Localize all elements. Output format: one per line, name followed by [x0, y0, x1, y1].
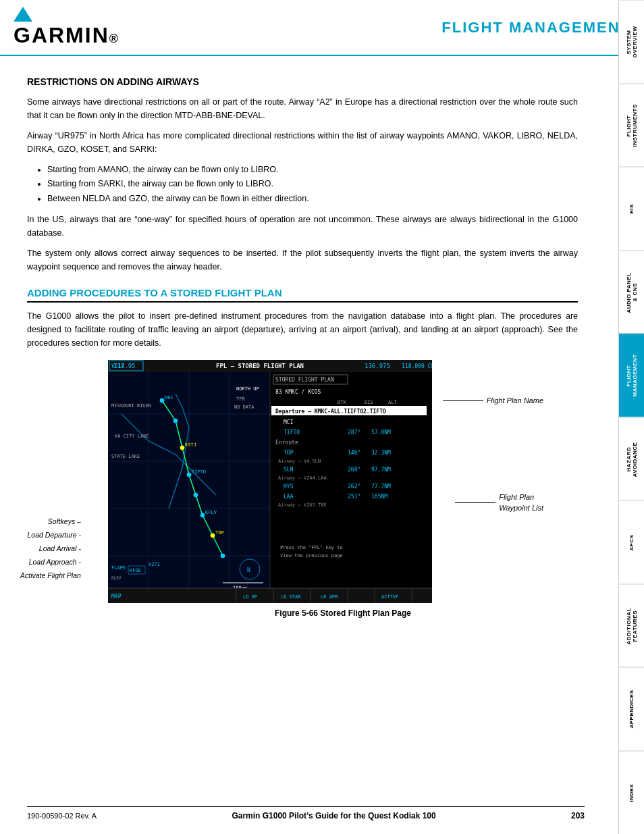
- section1-para1: Some airways have directional restrictio…: [27, 95, 578, 122]
- logo-wrapper: GARMIN ®: [14, 7, 118, 48]
- garmin-triangle-icon: [14, 7, 32, 22]
- svg-text:LAA: LAA: [284, 494, 294, 500]
- sidebar-tab-appendices[interactable]: APPENDICES: [619, 667, 644, 751]
- fpl-screen-svg: 117.95 FPL – STORED FLIGHT PLAN 136.975 …: [108, 360, 432, 603]
- svg-text:57.0NM: 57.0NM: [371, 429, 391, 436]
- footer-page-number: 203: [571, 811, 585, 820]
- load-departure-label: Load Departure -: [20, 529, 81, 542]
- svg-text:STATE LAKE: STATE LAKE: [111, 454, 140, 459]
- main-content: RESTRICTIONS ON ADDING AIRWAYS Some airw…: [0, 56, 618, 642]
- svg-text:KSTJ: KSTJ: [185, 442, 196, 448]
- page-footer: 190-00590-02 Rev. A Garmin G1000 Pilot’s…: [27, 806, 585, 820]
- svg-text:146°: 146°: [348, 450, 360, 456]
- svg-point-26: [211, 533, 215, 538]
- svg-text:LD DP: LD DP: [243, 594, 257, 600]
- left-annotations: Softkeys – Load Departure - Load Arrival…: [20, 515, 81, 583]
- svg-text:Airway – V244.LAA: Airway – V244.LAA: [278, 475, 327, 481]
- bullet-item-2: Starting from SARKI, the airway can be f…: [47, 177, 578, 191]
- svg-text:NO DATA: NO DATA: [234, 405, 254, 410]
- svg-text:STORED FLIGHT PLAN: STORED FLIGHT PLAN: [275, 377, 334, 383]
- svg-text:view the previous page: view the previous page: [280, 553, 343, 558]
- sidebar-tab-flight-instruments[interactable]: FLIGHTINSTRUMENTS: [619, 84, 644, 167]
- svg-text:136.975: 136.975: [365, 363, 390, 369]
- load-arrival-label: Load Arrival -: [20, 542, 81, 556]
- section1-para4: The system only allows correct airway se…: [27, 246, 578, 273]
- svg-point-28: [221, 554, 225, 558]
- sidebar-tab-index[interactable]: INDEX: [619, 751, 644, 835]
- flight-plan-name-annotation: Flight Plan Name: [443, 397, 543, 405]
- svg-text:NORTH UP: NORTH UP: [236, 386, 259, 392]
- svg-text:V218: V218: [111, 363, 124, 369]
- svg-text:Press the "FPL" key to: Press the "FPL" key to: [280, 545, 343, 550]
- svg-point-21: [187, 473, 191, 477]
- activate-flight-plan-label: Activate Flight Plan: [20, 569, 81, 583]
- page-title: FLIGHT MANAGEMENT: [441, 19, 630, 36]
- fpl-screen-wrapper: 117.95 FPL – STORED FLIGHT PLAN 136.975 …: [108, 360, 432, 603]
- sidebar-tab-additional-features[interactable]: ADDITIONALFEATURES: [619, 584, 644, 668]
- svg-text:ALT: ALT: [388, 400, 397, 405]
- flight-plan-waypoint-list-annotation: Flight PlanWaypoint List: [455, 492, 543, 514]
- sidebar-tab-hazard-avoidance[interactable]: HAZARDAVOIDANCE: [619, 417, 644, 501]
- flight-plan-name-label: Flight Plan Name: [487, 397, 543, 405]
- sidebar-tab-flight-management[interactable]: FLIGHTMANAGEMENT: [619, 334, 644, 417]
- garmin-registered: ®: [109, 32, 118, 46]
- section1-bullet-list: Starting from AMANO, the airway can be f…: [47, 163, 578, 206]
- svg-text:97.7NM: 97.7NM: [371, 467, 391, 473]
- svg-text:268°: 268°: [348, 467, 360, 473]
- figure-container: Softkeys – Load Departure - Load Arrival…: [108, 360, 578, 618]
- bullet-item-1: Starting from AMANO, the airway can be f…: [47, 163, 578, 177]
- svg-text:N61: N61: [165, 395, 173, 400]
- svg-text:251°: 251°: [348, 494, 360, 500]
- svg-text:Airway – V263.TBE: Airway – V263.TBE: [278, 502, 327, 508]
- svg-text:262°: 262°: [348, 484, 360, 490]
- svg-text:Enroute: Enroute: [275, 440, 298, 446]
- sidebar-tab-eis[interactable]: EIS: [619, 167, 644, 251]
- svg-text:KFLV: KFLV: [205, 510, 217, 515]
- svg-text:MISSOURI RIVER: MISSOURI RIVER: [111, 403, 152, 409]
- svg-text:ELEV: ELEV: [111, 575, 122, 580]
- svg-text:SLN: SLN: [284, 467, 294, 473]
- logo-top: [14, 7, 32, 23]
- svg-text:77.7NM: 77.7NM: [371, 484, 391, 490]
- footer-doc-number: 190-00590-02 Rev. A: [27, 812, 97, 820]
- section2-para: The G1000 allows the pilot to insert pre…: [27, 309, 578, 350]
- svg-text:LD APR: LD APR: [321, 594, 338, 600]
- svg-text:N: N: [247, 567, 250, 573]
- figure-caption: Figure 5-66 Stored Flight Plan Page: [108, 608, 578, 618]
- svg-point-19: [180, 446, 184, 450]
- svg-text:HYS: HYS: [284, 484, 294, 490]
- svg-text:165NM: 165NM: [371, 494, 387, 500]
- svg-text:DTK: DTK: [338, 400, 346, 405]
- svg-text:KA CITY LAKE: KA CITY LAKE: [115, 434, 149, 439]
- svg-point-16: [160, 398, 164, 402]
- svg-text:FPL – STORED FLIGHT PLAN: FPL – STORED FLIGHT PLAN: [216, 363, 304, 369]
- svg-text:287°: 287°: [348, 429, 360, 436]
- footer-title: Garmin G1000 Pilot’s Guide for the Quest…: [232, 811, 435, 820]
- svg-point-23: [194, 493, 198, 497]
- section1-para3: In the US, airways that are “one-way” fo…: [27, 213, 578, 240]
- svg-text:TIFTO: TIFTO: [192, 469, 206, 475]
- svg-point-18: [173, 419, 178, 423]
- load-approach-label: Load Approach -: [20, 556, 81, 569]
- garmin-wordmark: GARMIN: [14, 23, 109, 48]
- garmin-logo: GARMIN ®: [14, 7, 118, 48]
- sidebar-tab-afcs[interactable]: AFCS: [619, 500, 644, 584]
- svg-text:32.3NM: 32.3NM: [371, 450, 391, 456]
- section1-heading: RESTRICTIONS ON ADDING AIRWAYS: [27, 76, 578, 87]
- svg-text:ACTTVF: ACTTVF: [381, 594, 398, 600]
- svg-text:TOP: TOP: [284, 450, 294, 456]
- svg-text:Departure – KMKC-ALL.TIIFT02.T: Departure – KMKC-ALL.TIIFT02.TIFTO: [275, 409, 386, 415]
- svg-text:V271: V271: [149, 562, 160, 567]
- flight-plan-waypoint-label: Flight PlanWaypoint List: [499, 493, 543, 513]
- section2-heading: ADDING PROCEDURES TO A STORED FLIGHT PLA…: [27, 287, 578, 303]
- sidebar-tab-system-overview[interactable]: SYSTEMOVERVIEW: [619, 0, 644, 84]
- sidebar-tab-audio-panel[interactable]: AUDIO PANEL& CNS: [619, 251, 644, 334]
- svg-text:118.000 COM2: 118.000 COM2: [402, 363, 432, 369]
- svg-text:83  KMKC / KCOS: 83 KMKC / KCOS: [275, 389, 321, 395]
- bullet-item-3: Between NELDA and GZO, the airway can be…: [47, 192, 578, 206]
- svg-text:TIFTO: TIFTO: [284, 429, 300, 436]
- svg-text:MAP: MAP: [111, 594, 122, 600]
- svg-text:LD STAR: LD STAR: [281, 594, 301, 600]
- section1-para2: Airway “UR975” in North Africa has more …: [27, 129, 578, 156]
- svg-point-24: [200, 513, 205, 517]
